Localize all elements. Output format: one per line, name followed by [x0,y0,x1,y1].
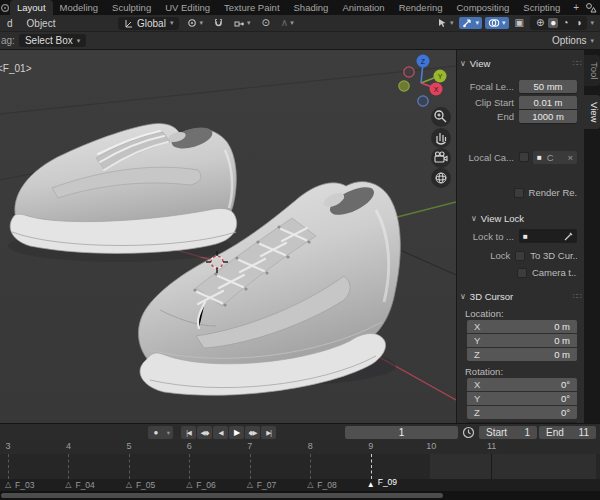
snap-toggle[interactable] [211,17,226,29]
select-tool-dropdown[interactable]: Select Box ▾ [19,34,86,47]
play-reverse-button[interactable]: ◀ [213,426,228,439]
auto-keying-button[interactable]: ● [148,426,163,439]
select-tool-value: Select Box [25,35,73,46]
marker-label-F_09[interactable]: F_09 [378,476,397,488]
marker-icon-F_05[interactable]: △ [126,479,132,491]
marker-icon-F_03[interactable]: △ [5,479,11,491]
snap-with-dropdown[interactable]: ▾ [231,18,254,29]
gizmo-neg-z[interactable] [418,96,428,106]
marker-label-F_08[interactable]: F_08 [317,479,336,491]
clip-start-field[interactable]: 0.01 m [519,96,577,109]
proportional-editing-toggle[interactable]: ⊙ [258,17,272,29]
menu-add[interactable]: d [0,18,20,29]
show-overlays-toggle[interactable]: ▾ [485,17,509,29]
timeline-scrollbar-handle[interactable] [1,493,443,498]
marker-label-F_05[interactable]: F_05 [136,479,155,491]
gizmo-icon [462,18,473,28]
eyedropper-icon[interactable] [564,232,573,241]
clip-end-field[interactable]: 1000 m [519,110,577,123]
cursor-location-x[interactable]: X0 m [467,320,577,333]
gizmo-neg-x[interactable] [404,67,414,77]
sidebar-tab-tool[interactable]: Tool [584,55,600,86]
camera-to-view-checkbox[interactable] [517,268,527,278]
3d-viewport[interactable]: <F_01> Z Y X [0,50,456,423]
snap-target-dropdown[interactable]: ▾ [184,17,206,29]
play-button[interactable]: ▶ [229,426,244,439]
marker-icon-F_06[interactable]: △ [186,479,192,491]
sidebar-tab-view[interactable]: View [584,95,600,129]
add-workspace-button[interactable]: + [567,0,585,15]
timeline-marker-row[interactable]: △F_03△F_04△F_05△F_06△F_07△F_08▲F_09 [0,479,600,491]
marker-icon-F_09[interactable]: ▲ [367,479,375,491]
frame-end-field[interactable]: End 11 [539,426,596,439]
transform-orientation-dropdown[interactable]: Global ▾ [118,17,179,30]
lock-to-object-field[interactable]: ■ [519,229,577,243]
workspace-tab-modeling[interactable]: Modeling [53,0,106,15]
prev-keyframe-button[interactable]: ◀◆ [197,426,212,439]
shading-rendered-button[interactable]: ◑ [572,17,584,29]
shading-dropdown[interactable]: ▾ [590,19,594,27]
focal-length-field[interactable]: 50 mm [519,80,577,93]
panel-view-lock-header[interactable]: ∨ View Lock [471,211,581,225]
pan-button[interactable] [431,128,451,148]
magnet-icon [214,18,223,28]
next-keyframe-button[interactable]: ◆▶ [245,426,260,439]
scene-selector[interactable]: ▾ Scene [585,0,600,15]
show-gizmo-toggle[interactable]: ▾ [459,17,482,29]
gizmo-neg-y[interactable] [399,81,409,91]
workspace-tab-animation[interactable]: Animation [335,0,391,15]
options-dropdown[interactable]: Options ▾ [552,35,594,46]
cursor-rotation-y[interactable]: Y0° [467,392,577,405]
panel-view-header[interactable]: ∨ View ∷∷ [460,56,581,70]
timeline-ruler[interactable]: 34567891011 [0,440,600,454]
camera-view-button[interactable] [431,148,451,168]
workspace-tab-uv-editing[interactable]: UV Editing [158,0,217,15]
shading-material-button[interactable]: ◔ [559,17,571,29]
current-frame-field[interactable]: 1 [345,426,458,439]
workspace-tab-layout[interactable]: Layout [10,0,53,15]
jump-to-end-button[interactable]: ▶| [261,426,276,439]
marker-label-F_06[interactable]: F_06 [196,479,215,491]
workspace-tab-scripting[interactable]: Scripting [516,0,567,15]
render-region-checkbox[interactable] [514,188,524,198]
workspace-tab-shading[interactable]: Shading [287,0,336,15]
local-camera-field[interactable]: ■ C × [533,151,577,164]
toggle-xray[interactable]: ▣ [512,17,527,29]
panel-3d-cursor-header[interactable]: ∨ 3D Cursor ∷∷ [460,289,581,303]
marker-icon-F_04[interactable]: △ [65,479,71,491]
object-visibility-dropdown[interactable]: ▾ [434,17,457,29]
cursor-location-z[interactable]: Z0 m [467,348,577,361]
keying-dropdown[interactable]: ▾ [163,426,173,439]
cursor-rotation-x[interactable]: X0° [467,378,577,391]
clear-icon[interactable]: × [567,152,573,163]
viewport-header: d Object Global ▾ ▾ ▾ ⊙ ∧ [0,15,600,32]
marker-label-F_04[interactable]: F_04 [75,479,94,491]
marker-label-F_07[interactable]: F_07 [257,479,276,491]
blender-logo-icon[interactable] [0,0,10,15]
shading-wireframe-button[interactable]: ⊕ [533,17,547,29]
panel-drag-dots-icon[interactable]: ∷∷ [573,59,581,68]
ortho-toggle-button[interactable] [431,168,451,188]
frame-start-field[interactable]: Start 1 [479,426,537,439]
proportional-falloff-dropdown[interactable]: ∧ ▾ [278,17,297,29]
cursor-location-y[interactable]: Y0 m [467,334,577,347]
workspace-tab-compositing[interactable]: Compositing [450,0,517,15]
workspace-tab-rendering[interactable]: Rendering [392,0,450,15]
workspace-tab-texture-paint[interactable]: Texture Paint [217,0,286,15]
local-camera-checkbox[interactable] [519,152,529,162]
workspace-tab-sculpting[interactable]: Sculpting [105,0,158,15]
chevron-down-icon: ▾ [77,37,81,45]
menu-object[interactable]: Object [20,18,63,29]
shading-solid-button[interactable]: ● [548,18,558,28]
marker-icon-F_08[interactable]: △ [307,479,313,491]
timeline-scrollbar[interactable] [0,491,600,500]
panel-drag-dots-icon[interactable]: ∷∷ [573,292,581,301]
timeline-track-area[interactable] [0,454,600,479]
marker-icon-F_07[interactable]: △ [247,479,253,491]
lock-to-3d-cursor-checkbox[interactable] [515,251,525,261]
cursor-rotation-z[interactable]: Z0° [467,406,577,419]
marker-label-F_03[interactable]: F_03 [15,479,34,491]
zoom-button[interactable] [431,107,451,127]
rotation-label: Rotation: [465,366,503,377]
jump-to-start-button[interactable]: |◀ [181,426,196,439]
